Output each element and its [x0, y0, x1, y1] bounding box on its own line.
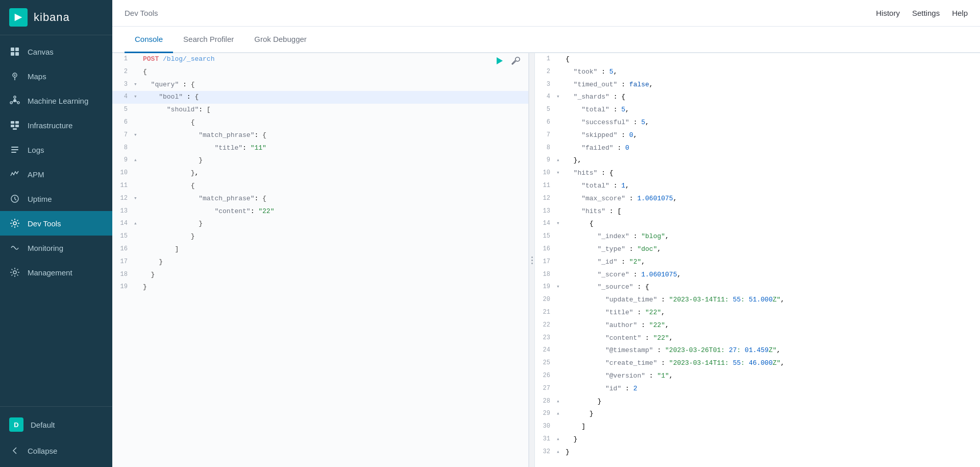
- query-line-4: 4▾ "bool" : {: [112, 91, 528, 104]
- monitoring-label: Monitoring: [28, 244, 63, 252]
- line-number: 15: [535, 230, 556, 241]
- result-viewer[interactable]: 1{2 "took" : 5,3 "timed_out" : false,4▾ …: [535, 53, 980, 467]
- fold-icon: [556, 383, 565, 384]
- sidebar-item-logs[interactable]: Logs: [0, 137, 112, 162]
- line-content: "max_score" : 1.0601075,: [565, 193, 980, 205]
- collapse-label: Collapse: [28, 447, 57, 455]
- result-line-14: 14▾ {: [535, 218, 980, 230]
- sidebar-item-default-user[interactable]: D Default: [0, 411, 112, 438]
- fold-icon: [556, 256, 565, 258]
- line-number: 31: [535, 433, 556, 444]
- line-number: 4: [535, 91, 556, 102]
- sidebar-item-infrastructure[interactable]: Infrastructure: [0, 113, 112, 137]
- sidebar-item-uptime[interactable]: Uptime: [0, 186, 112, 211]
- fold-icon[interactable]: ▾: [134, 79, 142, 89]
- result-line-12: 12 "max_score" : 1.0601075,: [535, 193, 980, 205]
- fold-icon[interactable]: ▾: [556, 218, 565, 228]
- line-number: 21: [535, 307, 556, 317]
- fold-icon[interactable]: ▾: [556, 91, 565, 102]
- nav-menu: Canvas Maps Machine Learning Infrastruct…: [0, 35, 112, 406]
- fold-icon: [556, 230, 565, 232]
- line-content: "create_time" : "2023-03-14T11: 55: 46.0…: [565, 357, 980, 370]
- svg-point-6: [13, 99, 16, 102]
- panel-divider[interactable]: [529, 53, 535, 467]
- line-number: 29: [535, 408, 556, 418]
- line-number: 10: [535, 167, 556, 178]
- line-content: "total" : 1,: [565, 180, 980, 193]
- line-number: 7: [535, 129, 556, 140]
- sidebar-item-management[interactable]: Management: [0, 260, 112, 285]
- sidebar-item-canvas[interactable]: Canvas: [0, 39, 112, 64]
- tab-console[interactable]: Console: [125, 27, 173, 53]
- result-line-19: 19▾ "_source" : {: [535, 281, 980, 294]
- line-number: 15: [112, 230, 134, 241]
- result-line-23: 23 "content" : "22",: [535, 332, 980, 345]
- query-editor[interactable]: 1POST /blog/_search2{3▾ "query" : {4▾ "b…: [112, 53, 528, 467]
- line-number: 7: [112, 129, 134, 140]
- query-line-18: 18 }: [112, 269, 528, 282]
- tab-search-profiler[interactable]: Search Profiler: [173, 27, 244, 53]
- tab-grok-debugger[interactable]: Grok Debugger: [244, 27, 317, 53]
- line-number: 4: [112, 91, 134, 102]
- collapse-icon: [9, 445, 20, 456]
- fold-icon[interactable]: ▾: [134, 193, 142, 203]
- line-number: 9: [535, 154, 556, 165]
- run-button[interactable]: [493, 55, 506, 66]
- fold-icon[interactable]: ▴: [556, 433, 565, 444]
- line-number: 11: [112, 180, 134, 191]
- sidebar-item-machine-learning[interactable]: Machine Learning: [0, 88, 112, 113]
- wrench-button[interactable]: [509, 55, 522, 66]
- help-link[interactable]: Help: [952, 9, 968, 17]
- user-label: Default: [31, 421, 55, 429]
- line-content: "content" : "22",: [565, 332, 980, 345]
- fold-icon: [556, 319, 565, 321]
- settings-link[interactable]: Settings: [912, 9, 940, 17]
- line-number: 16: [112, 243, 134, 254]
- fold-icon[interactable]: ▾: [556, 167, 565, 178]
- query-line-1: 1POST /blog/_search: [112, 53, 528, 66]
- sidebar-item-collapse[interactable]: Collapse: [0, 438, 112, 463]
- svg-point-23: [13, 271, 16, 274]
- fold-icon[interactable]: ▾: [134, 129, 142, 140]
- line-content: "hits" : {: [565, 167, 980, 180]
- editor-area: 1POST /blog/_search2{3▾ "query" : {4▾ "b…: [112, 53, 980, 467]
- result-panel: 1{2 "took" : 5,3 "timed_out" : false,4▾ …: [535, 53, 980, 467]
- result-line-31: 31▴ }: [535, 433, 980, 446]
- line-number: 26: [535, 370, 556, 381]
- sidebar-item-maps[interactable]: Maps: [0, 64, 112, 88]
- fold-icon[interactable]: ▾: [556, 281, 565, 292]
- fold-icon[interactable]: ▴: [134, 154, 142, 165]
- history-link[interactable]: History: [876, 9, 900, 17]
- fold-icon[interactable]: ▾: [134, 91, 142, 102]
- fold-icon[interactable]: ▴: [556, 395, 565, 406]
- query-line-16: 16 ]: [112, 243, 528, 256]
- line-content: "should": [: [142, 104, 528, 116]
- fold-icon[interactable]: ▴: [556, 446, 565, 457]
- fold-icon[interactable]: ▴: [556, 154, 565, 165]
- line-number: 14: [535, 218, 556, 228]
- sidebar-item-apm[interactable]: APM: [0, 162, 112, 186]
- line-content: "successful" : 5,: [565, 116, 980, 129]
- line-number: 27: [535, 383, 556, 393]
- line-content: "_type" : "doc",: [565, 243, 980, 256]
- line-content: "_score" : 1.0601075,: [565, 269, 980, 282]
- svg-rect-13: [11, 121, 14, 124]
- line-content: "@timestamp" : "2023-03-26T01: 27: 01.45…: [565, 344, 980, 357]
- query-line-3: 3▾ "query" : {: [112, 79, 528, 91]
- line-number: 6: [112, 116, 134, 127]
- infrastructure-icon: [9, 120, 20, 131]
- fold-icon[interactable]: ▴: [556, 408, 565, 418]
- result-line-17: 17 "_id" : "2",: [535, 256, 980, 269]
- sidebar-item-dev-tools[interactable]: Dev Tools: [0, 211, 112, 236]
- sidebar-item-monitoring[interactable]: Monitoring: [0, 236, 112, 260]
- line-content: ]: [142, 243, 528, 256]
- result-line-26: 26 "@version" : "1",: [535, 370, 980, 383]
- line-content: "content": "22": [142, 205, 528, 218]
- maps-label: Maps: [28, 72, 46, 81]
- fold-icon[interactable]: ▴: [134, 218, 142, 228]
- query-line-12: 12▾ "match_phrase": {: [112, 193, 528, 205]
- canvas-label: Canvas: [28, 48, 54, 56]
- fold-icon: [556, 332, 565, 334]
- topbar: Dev Tools History Settings Help: [112, 0, 980, 27]
- svg-rect-20: [11, 152, 16, 153]
